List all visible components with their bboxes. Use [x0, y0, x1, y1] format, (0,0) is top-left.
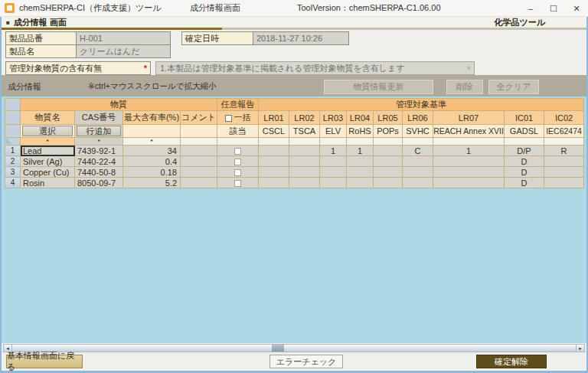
cell-ic01[interactable]: D — [505, 167, 544, 178]
chevron-down-icon: ˅ — [467, 64, 471, 72]
cell-lr07[interactable] — [433, 156, 505, 167]
cell-ic02[interactable]: R — [544, 146, 584, 156]
cell-name[interactable]: Lead — [21, 146, 75, 156]
cell-lr01[interactable] — [259, 178, 289, 188]
cell-comment[interactable] — [181, 178, 217, 188]
select-all-corner[interactable] — [5, 138, 21, 146]
cell-lr05[interactable] — [374, 146, 403, 156]
cell-lr06[interactable] — [403, 156, 433, 167]
cell-lr02[interactable] — [289, 156, 320, 167]
cell-applicable[interactable] — [217, 178, 259, 188]
contain-select[interactable]: 1.本製品は管理対象基準に掲載される管理対象物質を含有します ˅ — [155, 61, 475, 75]
cell-name[interactable]: Rosin — [21, 178, 75, 188]
cell-pct[interactable]: 0.18 — [123, 167, 181, 178]
select-button[interactable]: 選択 — [22, 126, 73, 136]
cell-name[interactable]: Copper (Cu) — [21, 167, 75, 178]
cell-lr05[interactable] — [374, 178, 403, 188]
cell-comment[interactable] — [181, 146, 217, 156]
cell-ic02[interactable] — [544, 178, 584, 188]
col-ic02: IC02 — [544, 111, 584, 125]
scrollbar-thumb[interactable] — [272, 345, 284, 352]
fixed-date-field: 2018-11-27 10:26 — [253, 31, 349, 45]
cell-lr03[interactable]: 1 — [320, 146, 347, 156]
cell-pct[interactable]: 5.2 — [123, 178, 181, 188]
row-checkbox[interactable] — [234, 180, 241, 187]
cell-comment[interactable] — [181, 167, 217, 178]
cell-lr07[interactable] — [433, 167, 505, 178]
maximize-icon[interactable]: ☐ — [542, 0, 565, 17]
row-checkbox[interactable] — [234, 169, 241, 176]
horizontal-scrollbar[interactable]: ◄ ► — [3, 344, 585, 352]
scroll-right-icon[interactable]: ► — [576, 345, 584, 352]
cell-lr06[interactable] — [403, 167, 433, 178]
cell-lr01[interactable] — [259, 146, 289, 156]
subcol-tsca: TSCA — [289, 125, 320, 138]
cell-lr06[interactable] — [403, 178, 433, 188]
cell-lr02[interactable] — [289, 146, 320, 156]
table-row: 3 Copper (Cu) 7440-50-8 0.18 D — [5, 167, 584, 178]
cell-lr02[interactable] — [289, 178, 320, 188]
subcol-reach: REACH Annex XVII — [433, 125, 505, 138]
cell-applicable[interactable] — [217, 156, 259, 167]
cell-ic01[interactable]: D/P — [505, 146, 544, 156]
cell-lr03[interactable] — [320, 156, 347, 167]
col-name: 物質名 — [21, 111, 75, 125]
required-cas: * — [75, 138, 123, 146]
row-number[interactable]: 2 — [5, 156, 21, 167]
cell-lr04[interactable]: 1 — [347, 146, 374, 156]
cell-pct[interactable]: 0.4 — [123, 156, 181, 167]
cell-lr03[interactable] — [320, 178, 347, 188]
cell-applicable[interactable] — [217, 146, 259, 156]
cell-cas[interactable]: 7440-50-8 — [75, 167, 123, 178]
cell-cas[interactable]: 7439-92-1 — [75, 146, 123, 156]
cell-lr05[interactable] — [374, 167, 403, 178]
error-check-button[interactable]: エラーチェック — [270, 355, 343, 368]
corner-triangle-icon — [6, 138, 12, 144]
back-to-basic-info-button[interactable]: 基本情報画面に戻る — [6, 355, 83, 368]
window-left-border — [0, 17, 2, 373]
col-ic01: IC01 — [505, 111, 544, 125]
minimize-icon[interactable]: – — [519, 0, 542, 17]
cell-name[interactable]: Silver (Ag) — [21, 156, 75, 167]
close-icon[interactable]: ✕ — [565, 0, 588, 17]
cell-lr03[interactable] — [320, 167, 347, 178]
part-no-field: H-001 — [76, 31, 171, 45]
cell-ic01[interactable]: D — [505, 178, 544, 188]
required-pct: * — [123, 138, 181, 146]
cell-applicable[interactable] — [217, 167, 259, 178]
cell-lr06[interactable]: C — [403, 146, 433, 156]
cell-lr07[interactable] — [433, 178, 505, 188]
subcol-iec62474: IEC62474 — [544, 125, 584, 138]
cell-ic02[interactable] — [544, 156, 584, 167]
cell-ic02[interactable] — [544, 167, 584, 178]
row-checkbox[interactable] — [234, 148, 241, 155]
delete-button[interactable]: 削除 — [446, 80, 483, 94]
row-checkbox[interactable] — [234, 159, 241, 165]
cell-cas[interactable]: 7440-22-4 — [75, 156, 123, 167]
unfix-button[interactable]: 確定解除 — [476, 355, 547, 368]
cell-pct[interactable]: 34 — [123, 146, 181, 156]
screen-name-title: 成分情報画面 — [190, 2, 240, 14]
cell-lr04[interactable] — [347, 178, 374, 188]
add-row-button[interactable]: 行追加 — [77, 126, 121, 136]
cell-lr05[interactable] — [374, 156, 403, 167]
cell-cas[interactable]: 8050-09-7 — [75, 178, 123, 188]
subcol-cscl: CSCL — [259, 125, 289, 138]
update-substance-button[interactable]: 物質情報更新 — [324, 80, 433, 94]
batch-checkbox[interactable] — [225, 115, 232, 122]
clear-all-button[interactable]: 全クリア — [488, 80, 539, 94]
row-number[interactable]: 4 — [5, 178, 21, 188]
screen-title: 成分情報 画面 — [14, 17, 67, 28]
cell-comment[interactable] — [181, 156, 217, 167]
cell-lr01[interactable] — [259, 167, 289, 178]
cell-lr02[interactable] — [289, 167, 320, 178]
cell-ic01[interactable]: D — [505, 156, 544, 167]
cell-lr04[interactable] — [347, 156, 374, 167]
required-asterisk: * — [144, 64, 147, 73]
cell-lr07[interactable]: 1 — [433, 146, 505, 156]
table-row: 2 Silver (Ag) 7440-22-4 0.4 D — [5, 156, 584, 167]
cell-lr01[interactable] — [259, 156, 289, 167]
row-number[interactable]: 3 — [5, 167, 21, 178]
cell-lr04[interactable] — [347, 167, 374, 178]
row-number[interactable]: 1 — [5, 146, 21, 156]
